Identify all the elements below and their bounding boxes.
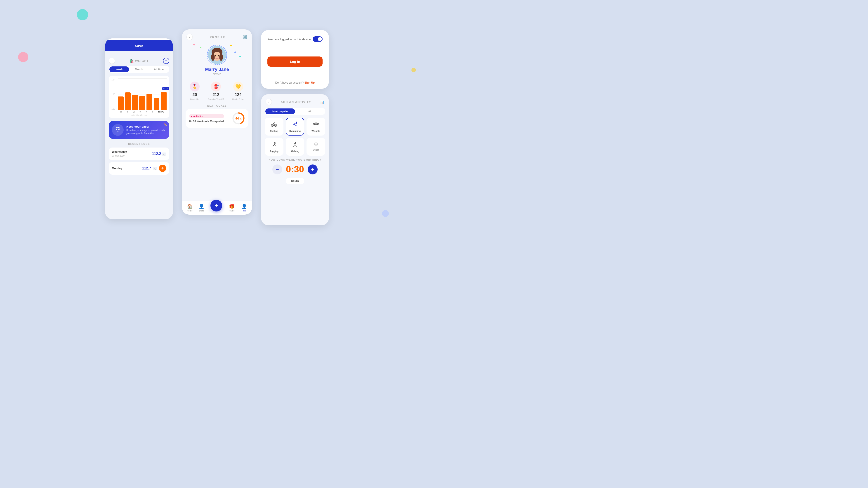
svg-point-14 — [296, 122, 297, 123]
weight-card: Save ‹ 🛍️ WEIGHT + Week Month All time 1… — [105, 38, 173, 219]
back-button[interactable]: ‹ — [109, 58, 115, 64]
duration-plus-button[interactable]: + — [308, 164, 318, 174]
duration-unit-wrap: hours — [265, 176, 325, 184]
trainer-icon: 🎁 — [229, 203, 235, 209]
chart-icon[interactable]: 📊 — [320, 100, 324, 104]
confetti-dot-2 — [200, 47, 202, 48]
bar-s — [154, 98, 160, 110]
goals-icon-circle: 🎖️ — [190, 82, 199, 92]
filter-tab-popular[interactable]: Most popular — [266, 108, 295, 114]
add-weight-button[interactable]: + — [163, 58, 169, 64]
keep-logged-row: Keep me logged in on this device — [268, 36, 322, 42]
y-axis-labels: 114 113 112 — [112, 78, 115, 110]
duration-minus-button[interactable]: − — [272, 164, 282, 174]
activity-weights[interactable]: Weights — [307, 118, 325, 135]
bar-col-f — [147, 94, 152, 110]
log-value-wednesday: 112.2 kg — [152, 152, 166, 156]
profile-title: PROFILE — [210, 35, 225, 39]
login-card: Keep me logged in on this device Log In … — [261, 30, 329, 89]
heart-icon: 💛 — [235, 84, 241, 89]
progress-text: Keep your pace! Based on your progress y… — [126, 125, 166, 135]
duration-time: 0:30 — [286, 164, 304, 174]
activity-other[interactable]: ⊕ Other — [307, 138, 325, 156]
log-item-monday: Monday 112.7 kg + — [109, 162, 169, 175]
tab-month[interactable]: Month — [129, 66, 149, 72]
shopping-bag-icon: 🛍️ — [129, 59, 134, 63]
jogging-icon — [271, 141, 277, 149]
activity-cycling[interactable]: Cycling — [265, 118, 283, 135]
stats-row: 🎖️ 20 Goals Met 🎯 212 Exercise Time (h) … — [182, 79, 252, 103]
bar-col-m — [118, 96, 124, 110]
confetti-dot-5 — [239, 56, 241, 57]
health-points-label: Health Points — [232, 98, 244, 100]
bar-col-w — [132, 95, 138, 110]
recent-logs-title: RECENT LOGS — [109, 142, 169, 145]
stat-goals-met: 🎖️ 20 Goals Met — [190, 82, 199, 100]
swimming-icon — [292, 121, 298, 129]
x-label-m: M — [120, 111, 122, 113]
log-day-wednesday: Wednesday — [112, 150, 127, 153]
svg-point-5 — [215, 55, 216, 57]
health-points-value: 124 — [235, 92, 242, 97]
confetti-dot-4 — [230, 45, 232, 46]
goals-met-label: Goals Met — [190, 98, 199, 100]
target-icon: 🎯 — [213, 84, 219, 89]
filter-tab-all[interactable]: All — [295, 108, 324, 114]
nav-me[interactable]: 👤 Me — [241, 203, 247, 212]
tab-alltime[interactable]: All time — [149, 66, 168, 72]
tab-week[interactable]: Week — [110, 66, 129, 72]
progress-highlight: 2 months — [144, 132, 153, 135]
log-date-text-wednesday: 23 Mar 2019 — [112, 155, 125, 157]
log-unit-monday: kg — [153, 167, 157, 170]
progress-value: 72 — [116, 127, 120, 131]
activity-header: ‹ ADD AN ACTIVITY 📊 — [261, 94, 329, 108]
health-icon-circle: 💛 — [233, 82, 243, 92]
duration-title: HOW LONG WERE YOU SWIMMING? — [265, 158, 325, 161]
activity-walking[interactable]: Walking — [286, 138, 305, 156]
log-date-wednesday: Wednesday 23 Mar 2019 — [112, 150, 127, 158]
progress-circle: 72 % — [112, 124, 124, 136]
chart-inner: 114 113 112 — [112, 78, 166, 110]
weight-chart: 114 113 112 — [109, 76, 169, 118]
chart-subtitle: weight (kg) by day — [112, 114, 166, 116]
profile-header: ‹ PROFILE ⚙️ — [182, 29, 252, 42]
log-unit-wednesday: kg — [162, 153, 166, 156]
duration-row: − 0:30 + — [265, 164, 325, 174]
progress-pct: % — [117, 131, 119, 133]
stat-exercise-time: 🎯 212 Exercise Time (h) — [208, 82, 224, 100]
goals-badge: ● Activities — [189, 114, 224, 119]
weights-icon — [313, 121, 319, 129]
profile-level: Novice — [213, 72, 221, 76]
goals-card: ● Activities 8 / 18 Workouts Completed 4… — [186, 109, 248, 128]
activity-back-button[interactable]: ‹ — [266, 99, 272, 105]
nav-stats[interactable]: 👤 Stats — [199, 203, 204, 212]
exercise-time-label: Exercise Time (h) — [208, 98, 224, 100]
goals-text: 8 / 18 Workouts Completed — [189, 120, 224, 123]
signup-link[interactable]: Sign Up — [305, 81, 315, 84]
nav-add-button[interactable]: + — [211, 200, 222, 212]
svg-point-20 — [315, 122, 316, 123]
other-icon: ⊕ — [314, 141, 318, 147]
log-num-monday: 112.7 — [142, 166, 151, 170]
svg-point-7 — [214, 57, 215, 58]
profile-back-button[interactable]: ‹ — [186, 34, 193, 40]
weight-body: ‹ 🛍️ WEIGHT + Week Month All time 114 11… — [105, 51, 173, 219]
duration-unit: hours — [286, 178, 304, 184]
goals-info: ● Activities 8 / 18 Workouts Completed — [189, 114, 224, 123]
save-button[interactable]: Save — [105, 40, 173, 51]
filter-icon[interactable]: ⚙️ — [243, 35, 248, 39]
add-log-button[interactable]: + — [159, 165, 166, 172]
bar-today-tooltip: 112,2 — [162, 87, 169, 90]
nav-home[interactable]: 🏠 Home — [187, 203, 193, 212]
login-button[interactable]: Log In — [268, 57, 322, 67]
nav-trainer[interactable]: 🎁 Trainer — [228, 203, 235, 212]
keep-logged-toggle[interactable] — [313, 36, 322, 42]
activity-swimming[interactable]: Swimming — [286, 118, 305, 135]
bars-area: 112,2 — [118, 78, 166, 110]
bar-t1 — [125, 92, 131, 110]
goals-badge-label: Activities — [193, 115, 203, 118]
profile-card: ‹ PROFILE ⚙️ — [182, 29, 252, 215]
activity-jogging[interactable]: Jogging — [265, 138, 283, 156]
edit-icon[interactable]: ✏️ — [164, 123, 167, 126]
avatar-svg — [208, 46, 226, 64]
